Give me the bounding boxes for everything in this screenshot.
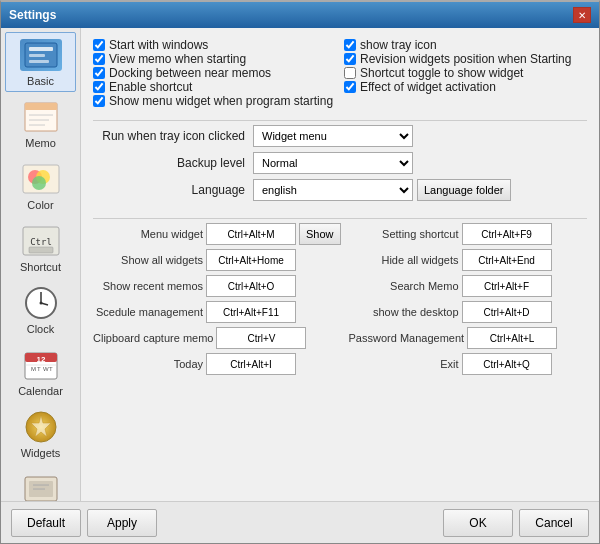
footer-left: Default Apply: [11, 509, 157, 537]
sidebar-item-memo[interactable]: Memo: [5, 94, 76, 154]
menu-widget-label: Menu widget: [93, 228, 203, 240]
show-desktop-input[interactable]: [462, 301, 552, 323]
start-windows-label[interactable]: Start with windows: [109, 38, 208, 52]
svg-text:Ctrl: Ctrl: [30, 237, 52, 247]
svg-text:T: T: [49, 366, 53, 372]
shortcut-toggle-checkbox[interactable]: [344, 67, 356, 79]
menu-widget-input[interactable]: [206, 223, 296, 245]
run-form-row: Run when tray icon clicked Widget menu S…: [93, 125, 587, 147]
view-memo-label[interactable]: View memo when starting: [109, 52, 246, 66]
default-button[interactable]: Default: [11, 509, 81, 537]
footer-right: OK Cancel: [443, 509, 589, 537]
checkbox-view-memo: View memo when starting: [93, 52, 336, 66]
show-desktop-label: show the desktop: [349, 306, 459, 318]
hide-all-widgets-input[interactable]: [462, 249, 552, 271]
run-label: Run when tray icon clicked: [93, 129, 253, 143]
shortcut-exit: Exit: [349, 353, 587, 375]
search-memo-input[interactable]: [462, 275, 552, 297]
sidebar-item-widgets[interactable]: Widgets: [5, 404, 76, 464]
divider-1: [93, 120, 587, 121]
shortcuts-right: Setting shortcut Hide all widgets Search…: [349, 223, 587, 379]
language-select[interactable]: english french german: [253, 179, 413, 201]
backup-select[interactable]: Normal Low High: [253, 152, 413, 174]
revision-widgets-label[interactable]: Revision widgets position when Starting: [360, 52, 571, 66]
widgets-icon: [17, 409, 65, 445]
sidebar-item-basic[interactable]: Basic: [5, 32, 76, 92]
share-icon: [17, 471, 65, 501]
docking-label[interactable]: Docking between near memos: [109, 66, 271, 80]
checkbox-revision-widgets: Revision widgets position when Starting: [344, 52, 587, 66]
today-input[interactable]: [206, 353, 296, 375]
start-windows-checkbox[interactable]: [93, 39, 105, 51]
language-folder-button[interactable]: Language folder: [417, 179, 511, 201]
show-all-widgets-input[interactable]: [206, 249, 296, 271]
shortcut-menu-widget: Menu widget Show: [93, 223, 341, 245]
shortcut-show-all-widgets: Show all widgets: [93, 249, 341, 271]
widgets-svg-icon: [23, 409, 59, 445]
apply-button[interactable]: Apply: [87, 509, 157, 537]
sidebar-item-shortcut[interactable]: Ctrl Shortcut: [5, 218, 76, 278]
setting-shortcut-input[interactable]: [462, 223, 552, 245]
checkbox-show-menu-widget: Show menu widget when program starting: [93, 94, 336, 108]
hide-all-widgets-label: Hide all widgets: [349, 254, 459, 266]
shortcut-setting-shortcut: Setting shortcut: [349, 223, 587, 245]
revision-widgets-checkbox[interactable]: [344, 53, 356, 65]
effect-activation-checkbox[interactable]: [344, 81, 356, 93]
svg-rect-3: [29, 60, 49, 63]
exit-input[interactable]: [462, 353, 552, 375]
show-recent-memos-label: Show recent memos: [93, 280, 203, 292]
schedule-mgmt-input[interactable]: [206, 301, 296, 323]
docking-checkbox[interactable]: [93, 67, 105, 79]
checkbox-enable-shortcut: Enable shortcut: [93, 80, 336, 94]
svg-rect-2: [29, 54, 45, 57]
calendar-icon: 12 M T W T: [17, 347, 65, 383]
sidebar-item-color[interactable]: Color: [5, 156, 76, 216]
sidebar-color-label: Color: [27, 199, 53, 211]
clipboard-input[interactable]: [216, 327, 306, 349]
divider-2: [93, 218, 587, 219]
cancel-button[interactable]: Cancel: [519, 509, 589, 537]
language-form-row: Language english french german Language …: [93, 179, 587, 201]
show-recent-memos-input[interactable]: [206, 275, 296, 297]
show-all-widgets-label: Show all widgets: [93, 254, 203, 266]
sidebar: Basic Memo: [1, 28, 81, 501]
checkbox-effect-activation: Effect of widget activation: [344, 80, 587, 94]
menu-widget-show-button[interactable]: Show: [299, 223, 341, 245]
clipboard-label: Clipboard capture memo: [93, 332, 213, 344]
show-tray-checkbox[interactable]: [344, 39, 356, 51]
shortcut-password-mgmt: Password Management: [349, 327, 587, 349]
ok-button[interactable]: OK: [443, 509, 513, 537]
checkbox-col2: show tray icon Revision widgets position…: [344, 38, 587, 108]
sidebar-item-calendar[interactable]: 12 M T W T Calendar: [5, 342, 76, 402]
show-menu-widget-checkbox[interactable]: [93, 95, 105, 107]
checkbox-shortcut-toggle: Shortcut toggle to show widget: [344, 66, 587, 80]
close-button[interactable]: ✕: [573, 7, 591, 23]
view-memo-checkbox[interactable]: [93, 53, 105, 65]
window-title: Settings: [9, 8, 56, 22]
effect-activation-label[interactable]: Effect of widget activation: [360, 80, 496, 94]
svg-text:12: 12: [36, 355, 45, 364]
sidebar-item-share[interactable]: Share: [5, 466, 76, 501]
form-section: Run when tray icon clicked Widget menu S…: [93, 125, 587, 206]
enable-shortcut-label[interactable]: Enable shortcut: [109, 80, 192, 94]
shortcut-show-desktop: show the desktop: [349, 301, 587, 323]
title-bar: Settings ✕: [1, 2, 599, 28]
sidebar-item-clock[interactable]: Clock: [5, 280, 76, 340]
shortcut-clipboard: Clipboard capture memo: [93, 327, 341, 349]
checkbox-col1: Start with windows View memo when starti…: [93, 38, 336, 108]
memo-svg-icon: [21, 101, 61, 133]
svg-rect-5: [25, 103, 57, 110]
password-mgmt-input[interactable]: [467, 327, 557, 349]
enable-shortcut-checkbox[interactable]: [93, 81, 105, 93]
shortcut-search-memo: Search Memo: [349, 275, 587, 297]
memo-icon: [17, 99, 65, 135]
show-menu-widget-label[interactable]: Show menu widget when program starting: [109, 94, 333, 108]
schedule-mgmt-label: Scedule management: [93, 306, 203, 318]
shortcut-toggle-label[interactable]: Shortcut toggle to show widget: [360, 66, 523, 80]
sidebar-calendar-label: Calendar: [18, 385, 63, 397]
shortcut-hide-all-widgets: Hide all widgets: [349, 249, 587, 271]
show-tray-label[interactable]: show tray icon: [360, 38, 437, 52]
sidebar-memo-label: Memo: [25, 137, 56, 149]
run-select[interactable]: Widget menu Show all widgets Show recent…: [253, 125, 413, 147]
shortcuts-left: Menu widget Show Show all widgets Show r…: [93, 223, 341, 379]
